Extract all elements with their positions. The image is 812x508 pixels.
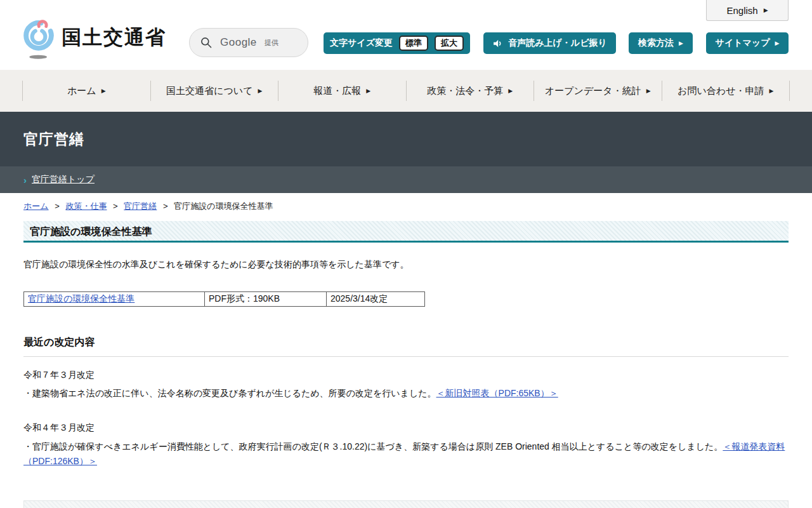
- revision-block: 令和４年３月改定 ・官庁施設が確保すべきエネルギー消費性能として、政府実行計画の…: [23, 420, 789, 469]
- sitemap-button[interactable]: サイトマップ ▶: [706, 32, 789, 54]
- revision-description: ・建築物省エネ法の改正に伴い、法令名称の変更及び条ずれが生じるため、所要の改定を…: [23, 388, 436, 398]
- font-size-control: 文字サイズ変更 標準 拡大: [324, 32, 470, 54]
- breadcrumb-link-policy[interactable]: 政策・仕事: [65, 201, 107, 211]
- revision-description: ・官庁施設が確保すべきエネルギー消費性能として、政府実行計画の改定(Ｒ３.10.…: [23, 441, 723, 451]
- category-sub-banner: › 官庁営繕トップ: [0, 166, 812, 193]
- contact-box: お問い合わせ先: [23, 500, 789, 508]
- nav-item-label: お問い合わせ・申請: [678, 85, 764, 97]
- search-provided-label: 提供: [265, 38, 278, 48]
- tts-button[interactable]: 音声読み上げ・ルビ振り: [483, 32, 616, 54]
- page-title: 官庁施設の環境保全性基準: [23, 221, 789, 243]
- font-size-label: 文字サイズ変更: [330, 37, 393, 49]
- search-input[interactable]: Google 提供: [189, 28, 308, 57]
- category-banner: 官庁営繕: [0, 112, 812, 166]
- nav-item-contact[interactable]: お問い合わせ・申請 ▶: [662, 81, 790, 101]
- arrow-right-icon: ▶: [102, 88, 106, 94]
- page: English ▶ 国土交通省 Google 提供 文字サイズ変更 標準 拡大: [0, 0, 812, 508]
- main-content: ホーム > 政策・仕事 > 官庁営繕 > 官庁施設の環境保全性基準 官庁施設の環…: [23, 201, 789, 508]
- nav-item-policy[interactable]: 政策・法令・予算 ▶: [406, 81, 534, 101]
- arrow-right-icon: ▶: [508, 88, 513, 94]
- sitemap-label: サイトマップ: [716, 37, 770, 49]
- search-method-label: 検索方法: [638, 37, 674, 49]
- file-title-cell: 官庁施設の環境保全性基準: [24, 292, 205, 307]
- arrow-right-icon: ▶: [258, 88, 262, 94]
- site-header: English ▶ 国土交通省 Google 提供 文字サイズ変更 標準 拡大: [0, 0, 812, 70]
- arrow-right-icon: ▶: [679, 41, 683, 46]
- intro-text: 官庁施設の環境保全性の水準及びこれを確保するために必要な技術的事項等を示した基準…: [23, 259, 789, 271]
- site-logo[interactable]: 国土交通省: [22, 19, 166, 60]
- arrow-right-icon: ▶: [769, 88, 773, 94]
- english-button[interactable]: English ▶: [706, 0, 789, 21]
- tts-label: 音声読み上げ・ルビ振り: [508, 37, 607, 49]
- file-revised-cell: 2025/3/14改定: [327, 292, 425, 307]
- nav-item-label: 政策・法令・予算: [427, 85, 503, 97]
- nav-item-label: オープンデータ・統計: [545, 85, 641, 97]
- revision-text: ・建築物省エネ法の改正に伴い、法令名称の変更及び条ずれが生じるため、所要の改定を…: [23, 386, 789, 401]
- nav-item-label: 報道・広報: [313, 85, 361, 97]
- pdf-document-link[interactable]: 官庁施設の環境保全性基準: [28, 293, 134, 304]
- chevron-right-icon: ›: [23, 175, 27, 185]
- search-google-label: Google: [220, 36, 257, 49]
- breadcrumb-separator: >: [113, 201, 118, 211]
- nav-item-home[interactable]: ホーム ▶: [22, 81, 150, 101]
- nav-item-press[interactable]: 報道・広報 ▶: [278, 81, 406, 101]
- search-method-button[interactable]: 検索方法 ▶: [629, 32, 693, 54]
- arrow-right-icon: ▶: [764, 8, 768, 13]
- file-format-cell: PDF形式：190KB: [205, 292, 327, 307]
- revision-date: 令和４年３月改定: [23, 420, 789, 434]
- mlit-logo-icon: [22, 19, 55, 60]
- table-row: 官庁施設の環境保全性基準 PDF形式：190KB 2025/3/14改定: [24, 292, 425, 307]
- breadcrumb-current: 官庁施設の環境保全性基準: [174, 201, 273, 211]
- arrow-right-icon: ▶: [366, 88, 370, 94]
- category-title: 官庁営繕: [23, 130, 84, 149]
- global-nav: ホーム ▶ 国土交通省について ▶ 報道・広報 ▶ 政策・法令・予算 ▶ オープ…: [0, 70, 812, 112]
- file-table: 官庁施設の環境保全性基準 PDF形式：190KB 2025/3/14改定: [23, 291, 425, 307]
- revision-text: ・官庁施設が確保すべきエネルギー消費性能として、政府実行計画の改定(Ｒ３.10.…: [23, 439, 789, 469]
- search-icon: [200, 36, 213, 49]
- nav-item-label: 国土交通省について: [166, 85, 252, 97]
- speaker-icon: [492, 38, 503, 49]
- revision-date: 令和７年３月改定: [23, 368, 789, 382]
- arrow-right-icon: ▶: [646, 88, 651, 94]
- nav-item-about[interactable]: 国土交通省について ▶: [150, 81, 278, 101]
- breadcrumb-link-home[interactable]: ホーム: [23, 201, 49, 211]
- breadcrumb-link-eizen[interactable]: 官庁営繕: [124, 201, 157, 211]
- site-name: 国土交通省: [62, 24, 166, 51]
- font-size-standard-button[interactable]: 標準: [399, 36, 428, 51]
- revision-block: 令和７年３月改定 ・建築物省エネ法の改正に伴い、法令名称の変更及び条ずれが生じる…: [23, 368, 789, 401]
- category-top-link[interactable]: 官庁営繕トップ: [32, 174, 95, 185]
- font-size-large-button[interactable]: 拡大: [435, 36, 464, 51]
- comparison-table-pdf-link[interactable]: ＜新旧対照表（PDF:65KB）＞: [436, 388, 558, 398]
- arrow-right-icon: ▶: [775, 41, 780, 46]
- breadcrumb: ホーム > 政策・仕事 > 官庁営繕 > 官庁施設の環境保全性基準: [23, 201, 789, 212]
- nav-item-opendata[interactable]: オープンデータ・統計 ▶: [534, 81, 662, 101]
- breadcrumb-separator: >: [163, 201, 168, 211]
- english-label: English: [726, 5, 757, 16]
- nav-item-label: ホーム: [67, 85, 96, 97]
- breadcrumb-separator: >: [55, 201, 60, 211]
- section-heading: 最近の改定内容: [23, 336, 789, 357]
